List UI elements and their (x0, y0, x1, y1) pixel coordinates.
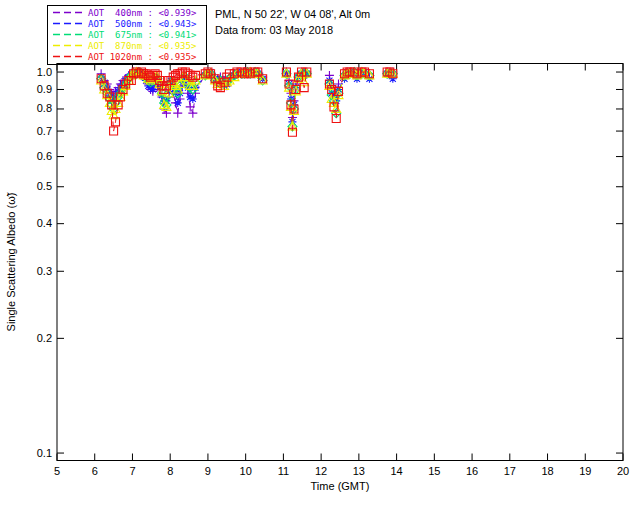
x-axis-tick-label: 15 (428, 465, 440, 477)
y-axis-tick-label: 0.6 (37, 150, 52, 162)
data-point-500nm (174, 99, 182, 107)
y-axis-tick-label: 0.9 (37, 83, 52, 95)
data-point-500nm (189, 95, 197, 103)
x-axis-tick-label: 6 (92, 465, 98, 477)
x-axis-tick-label: 16 (466, 465, 478, 477)
x-axis-tick-label: 10 (240, 465, 252, 477)
y-axis-tick-label: 0.4 (37, 217, 52, 229)
x-axis-tick-label: 19 (579, 465, 591, 477)
x-axis-tick-label: 5 (54, 465, 60, 477)
y-axis-tick-label: 0.1 (37, 447, 52, 459)
x-axis-tick-label: 7 (129, 465, 135, 477)
y-axis-tick-label: 0.5 (37, 180, 52, 192)
y-axis-title: Single Scattering Albedo (ω̃) (5, 152, 17, 372)
x-axis-tick-label: 11 (278, 465, 289, 477)
y-axis-tick-label: 0.7 (37, 125, 52, 137)
ssa-time-series-chart: 5678910111213141516171819201.00.90.80.70… (0, 0, 640, 512)
x-axis-tick-label: 13 (353, 465, 365, 477)
x-axis-tick-label: 17 (504, 465, 516, 477)
x-axis-tick-label: 20 (617, 465, 629, 477)
y-axis-tick-label: 0.2 (37, 332, 52, 344)
y-axis-tick-label: 0.3 (37, 265, 52, 277)
x-axis-tick-label: 18 (541, 465, 553, 477)
x-axis-tick-label: 14 (390, 465, 402, 477)
screenshot-root: AOT 400nm : <0.939> AOT 500nm : <0.943> … (0, 0, 640, 512)
x-axis-title: Time (GMT) (57, 480, 623, 492)
y-axis-tick-label: 1.0 (37, 66, 52, 78)
x-axis-tick-label: 12 (315, 465, 327, 477)
y-axis-tick-label: 0.8 (37, 102, 52, 114)
x-axis-tick-label: 8 (167, 465, 173, 477)
data-point-400nm (173, 109, 182, 118)
x-axis-tick-label: 9 (205, 465, 211, 477)
